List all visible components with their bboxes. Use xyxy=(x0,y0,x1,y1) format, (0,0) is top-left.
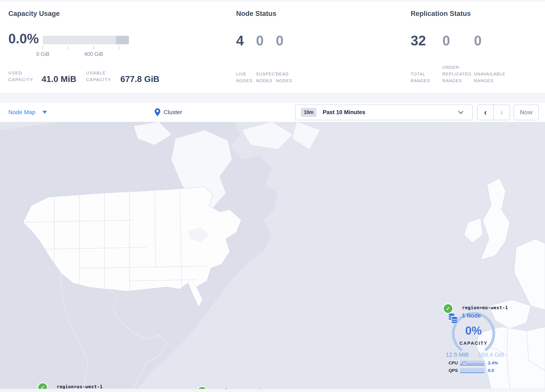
capacity-caption: CAPACITY xyxy=(447,341,500,346)
replication-status-section: Replication Status 32 0 0 TOTAL RANGES U… xyxy=(411,2,540,93)
gauge-tick xyxy=(43,46,43,50)
replication-status-title: Replication Status xyxy=(411,10,471,18)
capacity-gauge-reserved-segment xyxy=(116,36,129,44)
dead-nodes-label: DEAD NODES xyxy=(276,71,292,84)
cpu-value: 2.4% xyxy=(488,361,498,366)
capacity-percent: 0.0% xyxy=(8,31,39,46)
live-status-icon: ✓ xyxy=(198,387,206,389)
live-nodes-label: LIVE NODES xyxy=(236,71,253,84)
gauge-tick xyxy=(68,46,68,50)
capacity-usage-section: Capacity Usage 0.0% 0 GiB 400 GiB USED C… xyxy=(8,2,217,93)
time-step-buttons: ‹ › xyxy=(477,105,510,120)
unavailable-count: 0 xyxy=(474,33,482,49)
cluster-summary-panel: Capacity Usage 0.0% 0 GiB 400 GiB USED C… xyxy=(0,2,545,93)
map-pin-icon xyxy=(155,108,160,116)
breadcrumb-label: Cluster xyxy=(164,109,182,116)
chevron-down-icon xyxy=(458,111,464,114)
node-map[interactable]: 0% CAPACITY ✓ region=us-west-1 1 Node 12… xyxy=(0,122,545,389)
total-ranges-label: TOTAL RANGES xyxy=(411,71,432,84)
node-status-section: Node Status 4 0 0 LIVE NODES SUSPECT NOD… xyxy=(236,2,382,93)
node-count-link[interactable]: 1 Node xyxy=(462,312,481,319)
node-status-title: Node Status xyxy=(236,10,277,18)
unavailable-label: UNAVAILABLE RANGES xyxy=(474,71,507,84)
under-replicated-label: UNDER-REPLICATED RANGES xyxy=(442,64,472,84)
used-capacity-value: 41.0 MiB xyxy=(42,74,76,84)
suspect-nodes-count: 0 xyxy=(256,33,264,49)
time-range-label: Past 10 Minutes xyxy=(323,109,365,116)
used-capacity: 12.5 MiB xyxy=(446,351,469,358)
locality-marker-us-west-1[interactable]: 0% CAPACITY ✓ region=us-west-1 1 Node 12… xyxy=(38,381,101,389)
view-selector-label: Node Map xyxy=(8,109,35,116)
time-range-dropdown[interactable]: 10m Past 10 Minutes xyxy=(295,105,473,120)
caret-down-icon xyxy=(43,111,47,114)
view-selector-dropdown[interactable]: Node Map xyxy=(8,103,47,122)
live-status-icon: ✓ xyxy=(444,304,452,313)
capacity-percent-value: 0% xyxy=(452,324,495,337)
under-replicated-count: 0 xyxy=(442,33,450,49)
region-label[interactable]: region=us-east-1 xyxy=(216,388,262,389)
qps-label: QPS xyxy=(448,368,460,373)
suspect-nodes-label: SUSPECT NODES xyxy=(256,71,275,84)
region-label[interactable]: region=us-west-1 xyxy=(57,384,103,389)
qps-sparkline xyxy=(460,368,485,373)
live-status-icon: ✓ xyxy=(38,383,47,389)
qps-value: 0.0 xyxy=(488,368,494,373)
gauge-tick-label-400: 400 GiB xyxy=(81,51,106,57)
dead-nodes-count: 0 xyxy=(276,33,284,49)
cpu-sparkline xyxy=(460,360,485,366)
gauge-tick-label-0: 0 GiB xyxy=(30,51,55,57)
total-ranges-count: 32 xyxy=(411,33,426,49)
live-nodes-count: 4 xyxy=(236,33,244,49)
cpu-label: CPU xyxy=(448,361,460,366)
time-step-forward-button[interactable]: › xyxy=(494,105,510,120)
breadcrumb[interactable]: Cluster xyxy=(155,103,182,122)
used-capacity-label: USED CAPACITY xyxy=(8,70,37,83)
capacity-gauge-bar xyxy=(43,36,129,44)
capacity-usage-title: Capacity Usage xyxy=(8,10,60,18)
now-button[interactable]: Now xyxy=(514,105,539,120)
map-toolbar: Node Map Cluster 10m Past 10 Minutes ‹ ›… xyxy=(0,102,545,122)
time-range-badge: 10m xyxy=(301,108,316,117)
database-stack-icon xyxy=(447,312,459,324)
usable-capacity-value: 677.8 GiB xyxy=(120,74,160,84)
total-capacity: 169.4 GiB xyxy=(478,351,504,358)
locality-marker-eu-west-1[interactable]: 0% CAPACITY ✓ region=eu-west-1 1 Node 12… xyxy=(444,302,506,373)
region-label[interactable]: region=eu-west-1 xyxy=(462,305,508,310)
gauge-tick xyxy=(119,46,119,50)
usable-capacity-label: USABLE CAPACITY xyxy=(86,70,115,83)
locality-marker-us-east-1[interactable]: 0% CAPACITY ✓ region=us-east-1 2 Nodes 1… xyxy=(198,385,260,389)
gauge-tick xyxy=(94,46,94,50)
time-step-back-button[interactable]: ‹ xyxy=(477,105,494,120)
